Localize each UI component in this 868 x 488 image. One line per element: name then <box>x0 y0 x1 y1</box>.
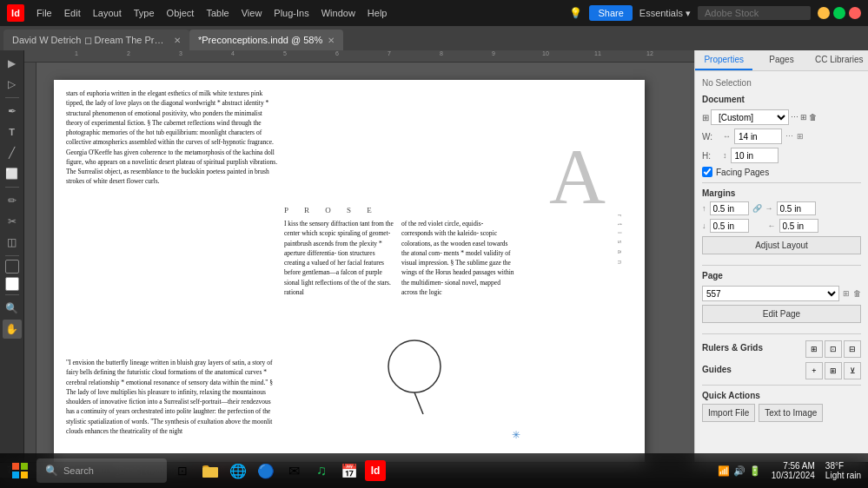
file-explorer-icon[interactable] <box>198 458 222 483</box>
direct-selection-tool[interactable]: ▷ <box>3 75 22 94</box>
fill-color[interactable] <box>5 260 19 274</box>
menu-window[interactable]: Window <box>316 6 361 20</box>
menu-help[interactable]: Help <box>362 6 393 20</box>
pen-tool[interactable]: ✒ <box>3 102 22 121</box>
ruler-num-1: 1 <box>75 50 78 56</box>
margin-top-input[interactable] <box>710 201 749 215</box>
tab-properties[interactable]: Properties <box>695 50 752 70</box>
page-options-icon[interactable]: ⊞ <box>843 289 850 298</box>
menu-type[interactable]: Type <box>129 6 160 20</box>
gradient-tool[interactable]: ◫ <box>3 233 22 252</box>
import-file-button[interactable]: Import File <box>702 404 755 422</box>
frame-tool[interactable]: ⬜ <box>3 164 22 183</box>
line-tool[interactable]: ╱ <box>3 143 22 162</box>
ruler-num-2: 2 <box>127 50 130 56</box>
prose-header: P R O S E <box>284 206 379 214</box>
preset-icon3[interactable]: 🗑 <box>809 113 817 122</box>
essentials-button[interactable]: Essentials ▾ <box>639 8 691 19</box>
maximize-button[interactable]: □ <box>833 7 845 19</box>
clock-display[interactable]: 7:56 AM 10/31/2024 <box>772 461 815 480</box>
page-canvas: A r t i s a n P R O S E stars of euphori… <box>54 80 645 462</box>
guides-icon1[interactable]: + <box>805 362 823 379</box>
guides-icon3[interactable]: ⊻ <box>844 362 861 379</box>
spotify-icon[interactable]: ♫ <box>309 458 334 483</box>
height-input[interactable] <box>731 148 779 163</box>
menu-view[interactable]: View <box>236 6 268 20</box>
preset-options-icon[interactable]: ⋯ <box>791 113 798 122</box>
facing-pages-checkbox[interactable] <box>702 167 712 177</box>
panel-content: No Selection Document ⊞ [Custom] ⋯ ⊞ 🗑 W… <box>695 71 868 462</box>
width-options[interactable]: ⋯ <box>785 132 793 141</box>
share-button[interactable]: Share <box>589 5 632 21</box>
chrome-icon[interactable]: 🔵 <box>254 458 278 483</box>
svg-point-0 <box>388 340 441 392</box>
indesign-taskbar-icon[interactable]: Id <box>365 460 386 481</box>
preset-icon2[interactable]: ⊞ <box>800 113 807 122</box>
page-select[interactable]: 557 <box>702 286 839 301</box>
calendar-icon[interactable]: 📅 <box>337 458 361 483</box>
hand-tool[interactable]: ✋ <box>3 320 22 339</box>
pencil-tool[interactable]: ✏ <box>3 191 22 210</box>
tab-pages[interactable]: Pages <box>752 50 810 70</box>
adobe-stock-search[interactable] <box>698 6 811 20</box>
menu-object[interactable]: Object <box>162 6 200 20</box>
tab-0-close[interactable]: ✕ <box>174 36 181 45</box>
search-icon: 🔍 <box>45 465 58 477</box>
page-delete-icon[interactable]: 🗑 <box>853 289 861 298</box>
menu-file[interactable]: File <box>31 6 57 20</box>
vertical-text: r t i s a n <box>617 214 623 267</box>
menu-layout[interactable]: Layout <box>88 6 127 20</box>
adjust-layout-button[interactable]: Adjust Layout <box>702 236 861 254</box>
tab-1-close[interactable]: ✕ <box>328 36 335 45</box>
panel-tabs: Properties Pages CC Libraries <box>695 50 868 71</box>
facing-pages-label: Facing Pages <box>716 168 769 177</box>
task-view-button[interactable]: ⊡ <box>170 458 195 483</box>
stroke-color[interactable] <box>5 277 19 291</box>
menu-plugins[interactable]: Plug-Ins <box>268 6 314 20</box>
guides-icon2[interactable]: ⊞ <box>825 362 842 379</box>
preset-row: ⊞ [Custom] ⋯ ⊞ 🗑 <box>702 109 861 125</box>
ruler-num-12: 12 <box>646 50 653 56</box>
width-input[interactable] <box>734 129 782 144</box>
tab-0[interactable]: David W Detrich ◻ Dream The Presence of … <box>3 30 189 50</box>
rulers-icon3[interactable]: ⊟ <box>844 340 861 358</box>
preset-select[interactable]: [Custom] <box>711 109 789 125</box>
edit-page-button[interactable]: Edit Page <box>702 305 861 323</box>
preset-label-icon: ⊞ <box>702 113 709 122</box>
quick-actions-title: Quick Actions <box>702 391 861 400</box>
minimize-button[interactable]: – <box>818 7 830 19</box>
mail-icon[interactable]: ✉ <box>282 458 306 483</box>
rulers-icon1[interactable]: ⊞ <box>805 340 823 358</box>
window-controls: – □ ✕ <box>818 7 861 19</box>
width-row: W: ↔ ⋯ ⊞ <box>702 129 861 144</box>
width-icon2[interactable]: ⊞ <box>797 132 804 141</box>
svg-rect-6 <box>202 467 218 478</box>
margins-row-1: ↑ 🔗 → <box>702 201 861 215</box>
margin-bottom-input[interactable] <box>710 219 749 233</box>
tab-0-label: David W Detrich ◻ Dream The Presence of … <box>12 35 169 46</box>
zoom-tool[interactable]: 🔍 <box>3 299 22 318</box>
type-tool[interactable]: T <box>3 122 22 142</box>
text-to-image-button[interactable]: Text to Image <box>759 404 823 422</box>
menu-table[interactable]: Table <box>201 6 234 20</box>
margin-right-input[interactable] <box>777 201 816 215</box>
rulers-icon2[interactable]: ⊡ <box>825 340 842 358</box>
taskbar-right: 📶 🔊 🔋 7:56 AM 10/31/2024 38°F Light rain <box>712 461 861 480</box>
selection-tool[interactable]: ▶ <box>3 54 22 73</box>
weather-display: 38°F Light rain <box>825 461 861 480</box>
tab-1[interactable]: *Preconceptions.indd @ 58% ✕ <box>189 30 343 50</box>
margin-link-icon[interactable]: 🔗 <box>752 204 762 213</box>
ruler-num-4: 4 <box>231 50 235 56</box>
wifi-icon: 📶 <box>718 465 730 477</box>
facing-pages-row: Facing Pages <box>702 167 861 177</box>
tab-cc-libraries[interactable]: CC Libraries <box>811 50 868 70</box>
width-label: W: <box>702 132 719 142</box>
edge-icon[interactable]: 🌐 <box>226 458 250 483</box>
close-button[interactable]: ✕ <box>849 7 861 19</box>
margin-left-input[interactable] <box>779 219 818 233</box>
divider-1 <box>702 182 861 183</box>
menu-edit[interactable]: Edit <box>59 6 86 20</box>
start-button[interactable] <box>7 458 33 484</box>
taskbar-search-box[interactable]: 🔍 Search <box>36 458 167 483</box>
scissors-tool[interactable]: ✂ <box>3 212 22 231</box>
